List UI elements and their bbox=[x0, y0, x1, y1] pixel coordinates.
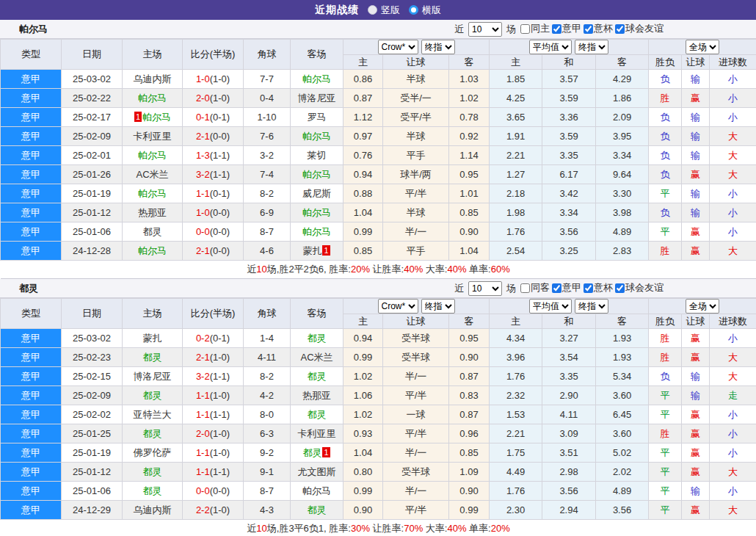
team-link[interactable]: 帕尔马 bbox=[138, 188, 167, 199]
layout-radio-vertical[interactable]: 竖版 bbox=[368, 4, 400, 17]
odds-company-select[interactable]: Crow* bbox=[378, 40, 418, 54]
home-team-cell[interactable]: 亚特兰大 bbox=[123, 405, 183, 424]
team-link[interactable]: 热那亚 bbox=[138, 207, 167, 218]
away-team-cell[interactable]: 罗马 bbox=[291, 108, 344, 127]
home-team-cell[interactable]: 佛罗伦萨 bbox=[123, 443, 183, 463]
scope-select[interactable]: 全场 bbox=[686, 299, 719, 314]
team-link[interactable]: 亚特兰大 bbox=[134, 409, 172, 420]
odds-time-select[interactable]: 终指 bbox=[421, 40, 455, 54]
away-team-cell[interactable]: 帕尔马 bbox=[291, 127, 344, 146]
odds-company-select[interactable]: Crow* bbox=[378, 299, 418, 314]
away-team-cell[interactable]: 尤文图斯 bbox=[291, 463, 344, 482]
team-link[interactable]: 卡利亚里 bbox=[134, 131, 172, 142]
average-time-select[interactable]: 终指 bbox=[575, 299, 608, 314]
team-link[interactable]: 都灵 bbox=[308, 333, 327, 344]
scope-select[interactable]: 全场 bbox=[686, 40, 719, 54]
filter-checkbox-input[interactable] bbox=[615, 283, 625, 293]
filter-checkbox[interactable]: 同主 bbox=[518, 22, 550, 35]
away-team-cell[interactable]: 都灵1 bbox=[291, 443, 344, 463]
team-link[interactable]: 佛罗伦萨 bbox=[134, 447, 172, 458]
team-link[interactable]: 乌迪内斯 bbox=[134, 504, 172, 515]
away-team-cell[interactable]: 蒙扎1 bbox=[291, 242, 344, 261]
home-team-cell[interactable]: 乌迪内斯 bbox=[123, 70, 183, 89]
filter-checkbox[interactable]: 球会友谊 bbox=[613, 22, 664, 35]
team-link[interactable]: 帕尔马 bbox=[302, 73, 331, 84]
team-link[interactable]: 帕尔马 bbox=[302, 226, 331, 237]
home-team-cell[interactable]: 乌迪内斯 bbox=[123, 501, 183, 520]
away-team-cell[interactable]: 卡利亚里 bbox=[291, 424, 344, 443]
average-select[interactable]: 平均值 bbox=[529, 40, 572, 54]
team-link[interactable]: 帕尔马 bbox=[138, 150, 167, 161]
team-link[interactable]: 都灵 bbox=[308, 371, 327, 382]
team-link[interactable]: 尤文图斯 bbox=[298, 466, 336, 477]
radio-horizontal-icon[interactable] bbox=[409, 5, 418, 15]
filter-checkbox[interactable]: 同客 bbox=[518, 281, 550, 294]
away-team-cell[interactable]: 都灵 bbox=[291, 329, 344, 348]
match-count-select[interactable]: 10 bbox=[468, 22, 502, 37]
home-team-cell[interactable]: 都灵 bbox=[123, 222, 183, 242]
team-link[interactable]: 帕尔马 bbox=[302, 169, 331, 180]
filter-checkbox-input[interactable] bbox=[520, 283, 530, 293]
layout-radio-horizontal[interactable]: 横版 bbox=[409, 4, 441, 17]
home-team-cell[interactable]: 热那亚 bbox=[123, 203, 183, 222]
team-link[interactable]: 帕尔马 bbox=[302, 485, 331, 496]
away-team-cell[interactable]: 热那亚 bbox=[291, 386, 344, 405]
home-team-cell[interactable]: 都灵 bbox=[123, 482, 183, 501]
filter-checkbox-input[interactable] bbox=[584, 283, 593, 293]
filter-checkbox[interactable]: 意甲 bbox=[550, 22, 581, 35]
home-team-cell[interactable]: 都灵 bbox=[123, 424, 183, 443]
team-link[interactable]: 都灵 bbox=[308, 409, 327, 420]
away-team-cell[interactable]: 都灵 bbox=[291, 501, 344, 520]
filter-checkbox-input[interactable] bbox=[584, 24, 593, 34]
home-team-cell[interactable]: 都灵 bbox=[123, 463, 183, 482]
match-count-select[interactable]: 10 bbox=[468, 281, 502, 296]
filter-checkbox-input[interactable] bbox=[552, 283, 561, 293]
team-link[interactable]: 都灵 bbox=[143, 390, 162, 401]
team-link[interactable]: 帕尔马 bbox=[302, 207, 331, 218]
team-link[interactable]: 帕尔马 bbox=[302, 131, 331, 142]
team-link[interactable]: 热那亚 bbox=[302, 390, 331, 401]
away-team-cell[interactable]: 莱切 bbox=[291, 146, 344, 165]
team-link[interactable]: 都灵 bbox=[308, 504, 327, 515]
away-team-cell[interactable]: 博洛尼亚 bbox=[291, 89, 344, 108]
radio-vertical-icon[interactable] bbox=[368, 5, 377, 15]
team-link[interactable]: 都灵 bbox=[143, 485, 162, 496]
home-team-cell[interactable]: 帕尔马 bbox=[123, 146, 183, 165]
team-link[interactable]: AC米兰 bbox=[136, 169, 168, 180]
away-team-cell[interactable]: 都灵 bbox=[291, 405, 344, 424]
team-link[interactable]: 帕尔马 bbox=[138, 245, 167, 256]
filter-checkbox-input[interactable] bbox=[615, 24, 625, 34]
filter-checkbox[interactable]: 意杯 bbox=[581, 22, 613, 35]
filter-checkbox[interactable]: 意甲 bbox=[550, 281, 581, 294]
home-team-cell[interactable]: 卡利亚里 bbox=[123, 127, 183, 146]
team-link[interactable]: 蒙扎 bbox=[143, 333, 162, 344]
home-team-cell[interactable]: 帕尔马 bbox=[123, 242, 183, 261]
team-link[interactable]: 博洛尼亚 bbox=[298, 93, 336, 104]
team-link[interactable]: 莱切 bbox=[308, 150, 327, 161]
away-team-cell[interactable]: 帕尔马 bbox=[291, 222, 344, 242]
team-link[interactable]: 乌迪内斯 bbox=[134, 73, 172, 84]
team-link[interactable]: 都灵 bbox=[143, 352, 162, 363]
away-team-cell[interactable]: 帕尔马 bbox=[291, 165, 344, 184]
filter-checkbox[interactable]: 意杯 bbox=[581, 281, 613, 294]
team-link[interactable]: 都灵 bbox=[143, 466, 162, 477]
team-link[interactable]: 卡利亚里 bbox=[298, 428, 336, 439]
average-select[interactable]: 平均值 bbox=[529, 299, 572, 314]
away-team-cell[interactable]: 都灵 bbox=[291, 367, 344, 386]
home-team-cell[interactable]: 帕尔马 bbox=[123, 184, 183, 203]
team-link[interactable]: AC米兰 bbox=[300, 352, 332, 363]
home-team-cell[interactable]: 都灵 bbox=[123, 386, 183, 405]
away-team-cell[interactable]: 威尼斯 bbox=[291, 184, 344, 203]
team-link[interactable]: 都灵 bbox=[302, 447, 321, 458]
away-team-cell[interactable]: 帕尔马 bbox=[291, 70, 344, 89]
team-link[interactable]: 帕尔马 bbox=[142, 112, 171, 123]
away-team-cell[interactable]: 帕尔马 bbox=[291, 482, 344, 501]
team-link[interactable]: 威尼斯 bbox=[302, 188, 331, 199]
filter-checkbox-input[interactable] bbox=[520, 24, 530, 34]
filter-checkbox[interactable]: 球会友谊 bbox=[613, 281, 664, 294]
home-team-cell[interactable]: 博洛尼亚 bbox=[123, 367, 183, 386]
team-link[interactable]: 都灵 bbox=[143, 226, 162, 237]
away-team-cell[interactable]: 帕尔马 bbox=[291, 203, 344, 222]
home-team-cell[interactable]: AC米兰 bbox=[123, 165, 183, 184]
filter-checkbox-input[interactable] bbox=[552, 24, 561, 34]
